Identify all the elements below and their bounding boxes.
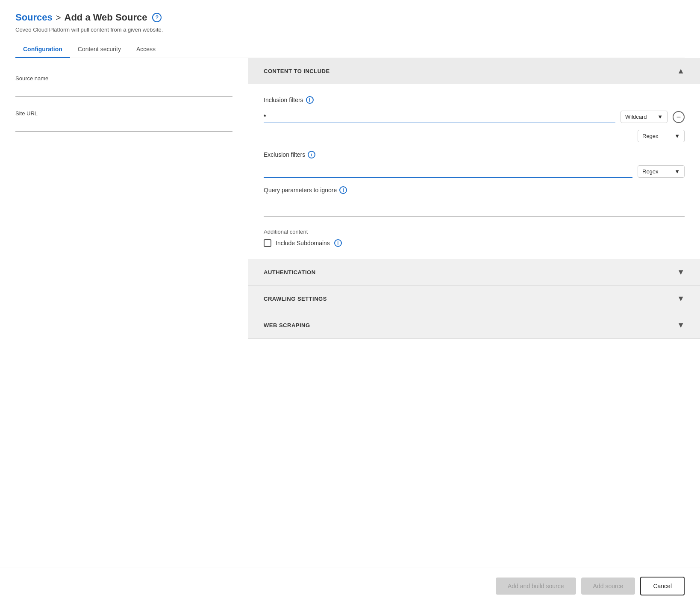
include-subdomains-row: Include Subdomains i (264, 239, 685, 247)
page-wrapper: Sources > Add a Web Source ? Coveo Cloud… (0, 0, 700, 604)
query-params-input[interactable] (264, 204, 685, 217)
inclusion-filters-label-row: Inclusion filters i (264, 96, 685, 104)
source-name-label: Source name (15, 75, 232, 82)
query-params-label: Query parameters to ignore (264, 187, 337, 194)
exclusion-filter-type-1[interactable]: Regex ▼ (638, 165, 685, 178)
authentication-section: AUTHENTICATION ▼ (248, 259, 700, 286)
cancel-button[interactable]: Cancel (640, 577, 685, 595)
breadcrumb-separator: > (56, 13, 61, 23)
inclusion-filter-row-2: Regex ▼ (264, 130, 685, 142)
exclusion-filter-type-label-1: Regex (642, 168, 659, 175)
content-to-include-section: CONTENT TO INCLUDE ▲ Inclusion filters i… (248, 58, 700, 259)
tab-content-security[interactable]: Content security (70, 41, 129, 58)
page-header: Sources > Add a Web Source ? Coveo Cloud… (0, 0, 700, 41)
tab-access[interactable]: Access (129, 41, 163, 58)
web-scraping-section: WEB SCRAPING ▼ (248, 312, 700, 339)
crawling-settings-title: CRAWLING SETTINGS (264, 296, 327, 302)
inclusion-filter-type-label-2: Regex (642, 133, 659, 139)
inclusion-filter-type-label-1: Wildcard (625, 114, 647, 120)
inclusion-filters-label: Inclusion filters (264, 97, 303, 103)
site-url-input[interactable] (15, 119, 232, 132)
inclusion-filter-input-1[interactable] (264, 111, 615, 123)
exclusion-filters-info-icon[interactable]: i (308, 151, 315, 158)
content-area: Source name Site URL CONTENT TO INCLUDE … (0, 58, 700, 568)
dropdown-chevron-3: ▼ (674, 168, 680, 175)
dropdown-chevron-2: ▼ (674, 133, 680, 139)
authentication-title: AUTHENTICATION (264, 269, 316, 276)
breadcrumb: Sources > Add a Web Source ? (15, 12, 685, 23)
crawling-settings-header[interactable]: CRAWLING SETTINGS ▼ (248, 286, 700, 312)
add-source-button[interactable]: Add source (581, 578, 635, 595)
remove-inclusion-filter-1[interactable]: − (673, 111, 685, 123)
content-to-include-title: CONTENT TO INCLUDE (264, 68, 330, 74)
exclusion-filter-row-1: Regex ▼ (264, 165, 685, 178)
site-url-label: Site URL (15, 110, 232, 117)
include-subdomains-info-icon[interactable]: i (334, 239, 342, 247)
additional-content-label: Additional content (264, 229, 685, 235)
page-subtitle: Coveo Cloud Platform will pull content f… (15, 26, 685, 33)
content-to-include-header[interactable]: CONTENT TO INCLUDE ▲ (248, 58, 700, 84)
page-title: Add a Web Source (65, 12, 147, 23)
add-and-build-source-button[interactable]: Add and build source (496, 578, 576, 595)
sources-link[interactable]: Sources (15, 12, 53, 23)
query-params-info-icon[interactable]: i (339, 186, 347, 194)
site-url-field: Site URL (15, 110, 232, 132)
help-icon[interactable]: ? (152, 13, 162, 22)
inclusion-filter-type-2[interactable]: Regex ▼ (638, 130, 685, 142)
chevron-down-icon-auth: ▼ (677, 268, 685, 277)
content-to-include-body: Inclusion filters i Wildcard ▼ − (248, 84, 700, 259)
left-panel: Source name Site URL (0, 58, 248, 568)
dropdown-chevron-1: ▼ (657, 114, 663, 120)
minus-icon-1: − (676, 113, 681, 122)
crawling-settings-section: CRAWLING SETTINGS ▼ (248, 286, 700, 312)
web-scraping-title: WEB SCRAPING (264, 322, 310, 328)
tab-configuration[interactable]: Configuration (15, 41, 70, 58)
inclusion-filter-row-1: Wildcard ▼ − (264, 111, 685, 123)
query-params-label-row: Query parameters to ignore i (264, 186, 685, 194)
source-name-input[interactable] (15, 84, 232, 97)
footer: Add and build source Add source Cancel (0, 568, 700, 604)
inclusion-filter-type-1[interactable]: Wildcard ▼ (621, 111, 668, 123)
inclusion-filter-input-2[interactable] (264, 130, 632, 142)
authentication-header[interactable]: AUTHENTICATION ▼ (248, 259, 700, 285)
chevron-up-icon: ▲ (677, 67, 685, 76)
source-name-field: Source name (15, 75, 232, 97)
web-scraping-header[interactable]: WEB SCRAPING ▼ (248, 312, 700, 338)
exclusion-filter-input-1[interactable] (264, 165, 632, 178)
chevron-down-icon-crawl: ▼ (677, 294, 685, 303)
right-panel: CONTENT TO INCLUDE ▲ Inclusion filters i… (248, 58, 700, 568)
inclusion-filters-info-icon[interactable]: i (306, 96, 314, 104)
tab-bar: Configuration Content security Access (15, 41, 685, 58)
chevron-down-icon-scrape: ▼ (677, 321, 685, 330)
exclusion-filters-label: Exclusion filters (264, 151, 305, 158)
include-subdomains-label: Include Subdomains (276, 240, 330, 246)
include-subdomains-checkbox[interactable] (264, 239, 271, 247)
exclusion-filters-label-row: Exclusion filters i (264, 151, 685, 158)
